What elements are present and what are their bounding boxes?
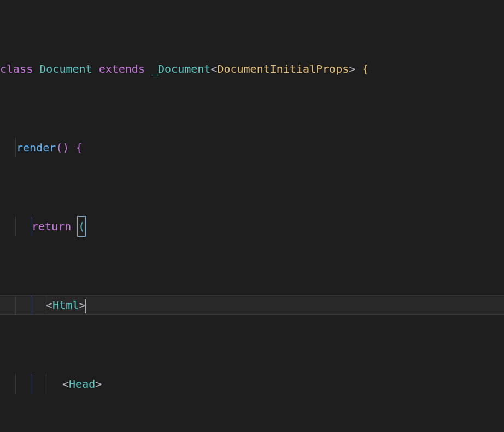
- code-editor[interactable]: class Document extends _Document<Documen…: [0, 0, 504, 432]
- paren-open: (: [78, 220, 85, 233]
- code-line[interactable]: class Document extends _Document<Documen…: [0, 59, 504, 79]
- code-line[interactable]: <Head>: [0, 374, 504, 394]
- code-line[interactable]: return (: [0, 217, 504, 236]
- tag-bracket: >: [95, 377, 102, 390]
- jsx-tag-html: Html: [52, 299, 79, 312]
- generic-type: DocumentInitialProps: [217, 62, 349, 75]
- paren: (): [56, 141, 69, 154]
- method-name: render: [16, 141, 56, 154]
- tag-bracket: <: [62, 377, 69, 390]
- angle-bracket: <: [210, 62, 217, 75]
- keyword-extends: extends: [99, 62, 145, 75]
- code-line-current[interactable]: <Html>: [0, 295, 504, 315]
- parent-class: _Document: [151, 62, 210, 75]
- keyword-return: return: [32, 220, 71, 233]
- code-line[interactable]: render() {: [0, 138, 504, 157]
- tag-bracket: <: [46, 299, 52, 312]
- brace-open: {: [75, 141, 82, 154]
- class-name: Document: [39, 62, 92, 75]
- bracket-match-highlight: (: [77, 216, 86, 237]
- jsx-tag-head: Head: [69, 377, 95, 390]
- text-cursor: [85, 299, 86, 313]
- brace-open: {: [362, 62, 368, 75]
- angle-bracket: >: [349, 62, 355, 75]
- keyword-class: class: [0, 62, 33, 75]
